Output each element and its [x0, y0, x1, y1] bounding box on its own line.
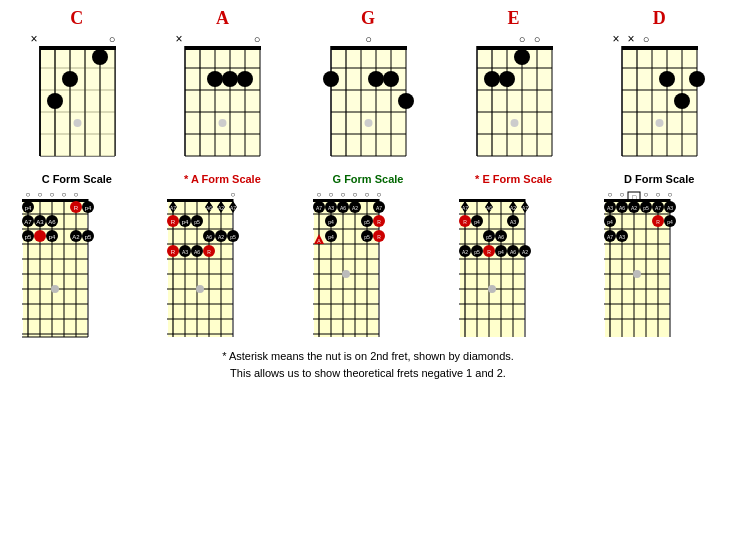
svg-rect-46 — [332, 50, 406, 156]
svg-rect-65 — [477, 46, 553, 50]
chord-A-title: A — [216, 8, 229, 29]
chord-G: G ○ — [303, 8, 433, 161]
svg-text:A6: A6 — [486, 205, 492, 211]
scale-A-label: * A Form Scale — [184, 173, 261, 185]
svg-point-59 — [368, 71, 384, 87]
chord-E-title: E — [508, 8, 520, 29]
svg-text:A6: A6 — [206, 234, 212, 240]
svg-text:p4: p4 — [498, 249, 504, 255]
svg-point-24 — [73, 119, 81, 127]
svg-text:A7: A7 — [24, 219, 32, 225]
svg-rect-200 — [313, 199, 379, 202]
svg-text:×: × — [176, 32, 183, 46]
svg-point-23 — [47, 93, 63, 109]
svg-text:A3: A3 — [667, 205, 673, 211]
svg-text:p4: p4 — [607, 219, 613, 225]
svg-text:A2: A2 — [510, 205, 516, 211]
svg-point-193 — [196, 285, 204, 293]
svg-text:p5: p5 — [486, 234, 492, 240]
svg-text:A2: A2 — [72, 234, 80, 240]
svg-point-41 — [222, 71, 238, 87]
svg-rect-66 — [478, 50, 552, 156]
chord-A-diagram: × ○ — [167, 31, 277, 161]
svg-text:○: ○ — [518, 33, 525, 45]
svg-text:○: ○ — [329, 190, 334, 199]
svg-text:○: ○ — [73, 190, 78, 199]
svg-text:○: ○ — [61, 190, 66, 199]
svg-text:A6: A6 — [498, 234, 504, 240]
svg-text:p5: p5 — [231, 234, 237, 240]
svg-text:A6: A6 — [340, 205, 346, 211]
scale-E-diagram: A7 A6 A2 A7 R p4 A3 p5 — [455, 187, 573, 342]
svg-point-42 — [237, 71, 253, 87]
chords-row: C × ○ — [4, 8, 732, 161]
svg-text:○: ○ — [365, 33, 372, 45]
svg-text:R: R — [171, 249, 176, 255]
svg-text:A2: A2 — [462, 249, 468, 255]
svg-text:A7: A7 — [462, 205, 468, 211]
svg-text:R: R — [377, 219, 381, 225]
svg-text:A2: A2 — [522, 249, 528, 255]
svg-point-80 — [514, 49, 530, 65]
svg-point-43 — [219, 119, 227, 127]
svg-text:A7: A7 — [316, 205, 322, 211]
svg-text:p5: p5 — [474, 249, 480, 255]
svg-text:○: ○ — [377, 190, 382, 199]
svg-point-40 — [207, 71, 223, 87]
svg-point-241 — [342, 270, 350, 278]
chord-D: D × × ○ — [594, 8, 724, 161]
svg-text:A7: A7 — [607, 234, 613, 240]
svg-text:×: × — [613, 32, 620, 46]
svg-text:A3: A3 — [36, 219, 44, 225]
chord-D-diagram: × × ○ — [604, 31, 714, 161]
scale-G-diagram: ○ ○ ○ ○ ○ ○ — [309, 187, 427, 342]
svg-text:p4: p4 — [328, 234, 334, 240]
scale-A-diagram: ○ — [163, 187, 281, 342]
svg-text:R: R — [377, 234, 381, 240]
svg-point-146 — [51, 285, 59, 293]
svg-point-101 — [656, 119, 664, 127]
svg-text:A6: A6 — [48, 219, 56, 225]
svg-text:A3: A3 — [182, 249, 188, 255]
svg-text:○: ○ — [365, 190, 370, 199]
svg-text:A6: A6 — [510, 249, 516, 255]
svg-text:○: ○ — [341, 190, 346, 199]
chord-G-diagram: ○ — [313, 31, 423, 161]
svg-text:○: ○ — [108, 33, 115, 45]
scale-E-block: * E Form Scale — [449, 171, 579, 342]
svg-text:A7: A7 — [170, 205, 176, 211]
svg-text:A7: A7 — [655, 205, 661, 211]
main-container: C × ○ — [0, 0, 736, 385]
svg-text:p4: p4 — [667, 219, 673, 225]
scale-G-label: G Form Scale — [333, 173, 404, 185]
svg-text:○: ○ — [49, 190, 54, 199]
scale-D-block: D Form Scale ○ ○ □ ○ ○ ○ — [594, 171, 724, 342]
svg-text:p5: p5 — [364, 219, 370, 225]
svg-point-98 — [659, 71, 675, 87]
svg-rect-242 — [459, 199, 525, 202]
svg-text:○: ○ — [317, 190, 322, 199]
chord-E: E ○ ○ — [449, 8, 579, 161]
chord-D-title: D — [653, 8, 666, 29]
scale-C-label: C Form Scale — [42, 173, 112, 185]
svg-text:A2: A2 — [631, 205, 637, 211]
svg-point-139 — [34, 230, 46, 242]
svg-point-79 — [499, 71, 515, 87]
svg-text:R: R — [74, 205, 79, 211]
svg-point-78 — [484, 71, 500, 87]
footer-line1: * Asterisk means the nut is on 2nd fret,… — [4, 348, 732, 365]
footer: * Asterisk means the nut is on 2nd fret,… — [4, 348, 732, 381]
svg-text:p5: p5 — [195, 219, 201, 225]
chord-C-title: C — [70, 8, 83, 29]
svg-text:A7: A7 — [230, 205, 236, 211]
svg-rect-28 — [186, 50, 260, 156]
svg-text:A6: A6 — [206, 205, 212, 211]
svg-rect-2 — [40, 46, 116, 50]
svg-text:○: ○ — [25, 190, 30, 199]
svg-text:○: ○ — [353, 190, 358, 199]
svg-text:○: ○ — [620, 190, 625, 199]
svg-text:○: ○ — [643, 33, 650, 45]
svg-text:p4: p4 — [48, 234, 55, 240]
svg-text:○: ○ — [644, 190, 649, 199]
chord-A: A × ○ — [157, 8, 287, 161]
